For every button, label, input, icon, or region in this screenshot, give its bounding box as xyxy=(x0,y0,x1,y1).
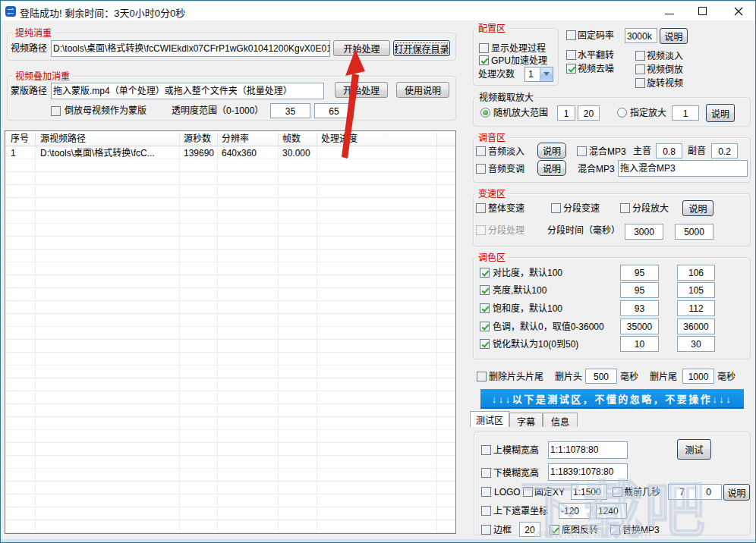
col-index[interactable]: 序号 xyxy=(11,133,29,145)
fixed-zoom-radio[interactable] xyxy=(617,108,627,118)
overlay-help-button[interactable]: 使用说明 xyxy=(396,82,449,98)
border-input[interactable]: 20 xyxy=(519,522,540,537)
mask-coord-input1[interactable]: -120 xyxy=(559,503,591,519)
red-arrow-annotation xyxy=(331,42,369,164)
mix-mp3-input[interactable]: 拖入混合MP3 xyxy=(618,160,748,177)
mix-mp3-checkbox[interactable] xyxy=(577,146,587,156)
fixedxy-checkbox[interactable] xyxy=(523,487,533,497)
zoom-help-button[interactable]: 说明 xyxy=(706,104,735,122)
times-dropdown[interactable]: 1 xyxy=(524,67,553,82)
dropdown-arrow-icon[interactable] xyxy=(540,67,553,81)
audio-pitch-checkbox[interactable] xyxy=(476,164,486,174)
minimize-button[interactable] xyxy=(657,3,682,20)
col-seconds[interactable]: 源秒数 xyxy=(184,133,211,145)
close-icon xyxy=(734,7,743,16)
brightness-checkbox[interactable] xyxy=(480,285,490,295)
video-path-input[interactable]: D:\tools\桌面\格式转换\fcCWIEkdlx07CFrP1wGk010… xyxy=(51,40,330,57)
blur-bottom-input[interactable]: 1:1839:1078:80 xyxy=(548,463,628,481)
cut-first-input1[interactable]: 7 xyxy=(668,484,696,500)
trim-tail-input[interactable]: 1000 xyxy=(682,369,714,384)
replace-mp3-checkbox[interactable] xyxy=(610,525,620,535)
titlebar: 登陆成功! 剩余时间：3天0小时0分0秒 xyxy=(1,1,755,20)
group-zoom-title: 视频截取放大 xyxy=(477,93,536,103)
video-table[interactable]: 序号 源视频路径 源秒数 分辨率 帧数 处理进度 1 D:\tools\桌面\格… xyxy=(5,130,456,534)
flip-bg-checkbox[interactable] xyxy=(550,525,559,535)
contrast-checkbox[interactable] xyxy=(480,268,490,278)
hflip-checkbox[interactable] xyxy=(566,50,576,60)
open-save-dir-button[interactable]: 打开保存目录 xyxy=(393,40,450,56)
tab-test[interactable]: 测试区 xyxy=(470,411,509,427)
tab-info[interactable]: 信息 xyxy=(543,413,578,427)
trim-ms2-label: 毫秒 xyxy=(717,371,736,383)
reverse-mother-checkbox[interactable] xyxy=(51,106,61,116)
contrast-max-input[interactable]: 106 xyxy=(677,265,715,281)
hue-min-input[interactable]: 35000 xyxy=(620,319,659,334)
blur-bottom-checkbox[interactable] xyxy=(481,468,491,478)
cut-first-checkbox[interactable] xyxy=(613,487,622,497)
mask-path-input[interactable]: 拖入蒙版.mp4（单个处理）或拖入整个文件夹（批量处理） xyxy=(51,83,324,99)
fade-in-checkbox[interactable] xyxy=(635,51,645,61)
trim-checkbox[interactable] xyxy=(477,372,487,381)
fixed-zoom-label: 指定放大 xyxy=(630,107,666,119)
seg-time-max-input[interactable]: 5000 xyxy=(675,224,713,240)
trim-label: 删除片头片尾 xyxy=(489,371,543,383)
close-button[interactable] xyxy=(726,3,751,20)
seg-time-min-input[interactable]: 3000 xyxy=(625,224,663,240)
saturation-max-input[interactable]: 112 xyxy=(677,300,715,316)
gpu-checkbox[interactable] xyxy=(479,55,489,65)
whole-speed-checkbox[interactable] xyxy=(476,203,486,213)
audio-fade-help-button[interactable]: 说明 xyxy=(537,143,566,159)
gpu-label: GPU加速处理 xyxy=(491,55,547,67)
maximize-button[interactable] xyxy=(690,3,716,20)
col-source[interactable]: 源视频路径 xyxy=(40,133,86,145)
sharpen-max-input[interactable]: 30 xyxy=(677,336,715,352)
saturation-checkbox[interactable] xyxy=(480,303,490,313)
main-volume-label: 主音 xyxy=(633,145,651,157)
audio-pitch-help-button[interactable]: 说明 xyxy=(537,160,566,176)
fixedxy-input[interactable]: 1:1500 xyxy=(571,484,607,500)
bitrate-help-button[interactable]: 说明 xyxy=(660,28,688,44)
main-volume-input[interactable]: 0.8 xyxy=(656,143,682,159)
blur-top-input[interactable]: 1:1:1078:80 xyxy=(548,441,628,459)
hue-checkbox[interactable] xyxy=(480,322,490,331)
bitrate-input[interactable]: 3000k xyxy=(625,28,657,43)
blur-top-label: 上模糊宽高 xyxy=(493,444,539,457)
trim-head-input[interactable]: 500 xyxy=(585,369,617,384)
border-checkbox[interactable] xyxy=(481,525,491,535)
test-button[interactable]: 测试 xyxy=(677,439,711,460)
sub-volume-input[interactable]: 0.2 xyxy=(711,143,738,159)
random-max-input[interactable]: 20 xyxy=(578,105,600,121)
cut-first-input2[interactable]: 0 xyxy=(695,484,722,500)
sharpen-checkbox[interactable] xyxy=(480,339,490,349)
speed-help-button[interactable]: 说明 xyxy=(682,200,713,216)
col-frames[interactable]: 帧数 xyxy=(282,133,301,145)
video-reverse-checkbox[interactable] xyxy=(635,64,645,74)
mask-coord-checkbox[interactable] xyxy=(481,506,491,516)
test-help-button[interactable]: 说明 xyxy=(723,484,750,501)
blur-top-checkbox[interactable] xyxy=(481,445,491,455)
random-zoom-radio[interactable] xyxy=(480,108,490,118)
random-min-input[interactable]: 1 xyxy=(557,105,575,121)
contrast-min-input[interactable]: 95 xyxy=(620,265,659,281)
col-resolution[interactable]: 分辨率 xyxy=(222,133,249,145)
hue-max-input[interactable]: 36000 xyxy=(677,319,715,334)
show-process-checkbox[interactable] xyxy=(479,43,489,53)
brightness-max-input[interactable]: 105 xyxy=(677,282,715,298)
brightness-min-input[interactable]: 95 xyxy=(620,282,659,298)
alpha-min-input[interactable]: 35 xyxy=(270,103,310,118)
mask-coord-input2[interactable]: 1240 xyxy=(596,503,627,519)
tab-subtitle[interactable]: 字幕 xyxy=(509,413,543,427)
sharpen-min-input[interactable]: 10 xyxy=(620,336,659,352)
fixed-zoom-input[interactable]: 1 xyxy=(672,105,699,121)
seg-zoom-checkbox[interactable] xyxy=(620,203,630,213)
seg-speed-checkbox[interactable] xyxy=(551,203,561,213)
rotate-checkbox[interactable] xyxy=(635,78,645,88)
logo-checkbox[interactable] xyxy=(481,487,491,497)
saturation-min-input[interactable]: 93 xyxy=(620,300,659,316)
mix-mp3-checkbox-label: 混合MP3 xyxy=(589,146,626,158)
cell-index: 1 xyxy=(11,148,16,159)
audio-fade-label: 音频淡入 xyxy=(488,146,524,158)
fixed-bitrate-checkbox[interactable] xyxy=(566,30,576,40)
denoise-checkbox[interactable] xyxy=(566,64,576,74)
audio-fade-checkbox[interactable] xyxy=(476,146,486,156)
